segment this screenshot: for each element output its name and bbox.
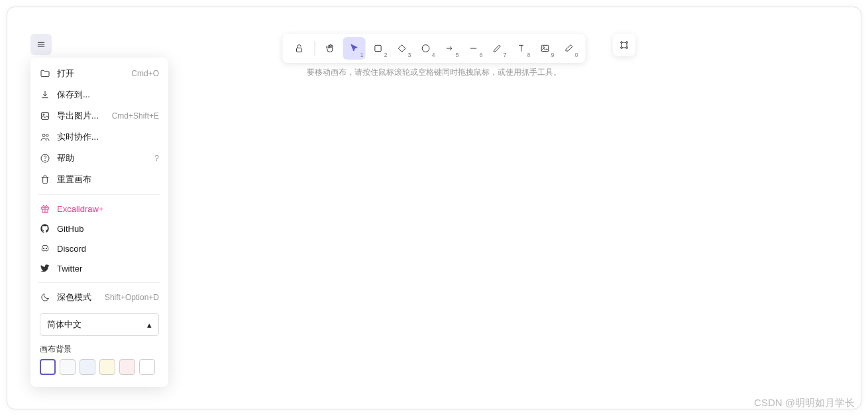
- svg-point-2: [42, 134, 45, 136]
- svg-rect-13: [541, 45, 549, 51]
- tool-num: 2: [384, 52, 387, 58]
- app-frame: 打开 Cmd+O 保存到... 导出图片... Cmd+Shift+E 实时协作…: [7, 7, 861, 409]
- help-icon: [40, 153, 50, 164]
- moon-icon: [40, 292, 50, 303]
- flow-arrow-2[interactable]: [532, 218, 570, 225]
- device-drawing[interactable]: [166, 156, 246, 276]
- svg-point-9: [46, 248, 46, 248]
- menu-collab[interactable]: 实时协作...: [30, 127, 168, 148]
- menu-toggle-button[interactable]: [30, 34, 52, 55]
- trash-icon: [40, 174, 50, 185]
- tool-num: 0: [574, 52, 578, 58]
- menu-reset[interactable]: 重置画布: [30, 169, 168, 190]
- twitter-icon: [40, 263, 50, 274]
- menu-discord[interactable]: Discord: [30, 238, 168, 258]
- svg-rect-11: [375, 45, 381, 51]
- flow-arrow-1[interactable]: [396, 218, 434, 225]
- tool-text[interactable]: 8: [510, 37, 533, 60]
- menu-label: 重置画布: [57, 174, 159, 185]
- menu-github[interactable]: GitHub: [30, 219, 168, 238]
- flow-node-score[interactable]: 打分: [448, 206, 521, 235]
- device-rect-1: [182, 174, 230, 199]
- tool-toolbar: 1 2 3 4 5 6 7 8 9 0: [283, 34, 586, 63]
- menu-export[interactable]: 导出图片... Cmd+Shift+E: [30, 105, 168, 127]
- menu-label: 深色模式: [57, 291, 105, 303]
- toolbar-separator: [315, 41, 315, 56]
- bg-swatch-yellow[interactable]: [99, 359, 115, 375]
- tool-hand[interactable]: [319, 37, 342, 60]
- menu-label: Twitter: [57, 264, 159, 274]
- tool-num: 6: [479, 52, 482, 58]
- main-menu: 打开 Cmd+O 保存到... 导出图片... Cmd+Shift+E 实时协作…: [30, 58, 168, 387]
- menu-label: Discord: [57, 244, 159, 254]
- svg-point-1: [43, 114, 44, 115]
- canvas-help-text: 要移动画布，请按住鼠标滚轮或空格键同时拖拽鼠标，或使用抓手工具。: [307, 67, 561, 78]
- tool-arrow[interactable]: 5: [439, 37, 461, 60]
- library-button[interactable]: [613, 34, 635, 56]
- tool-ellipse[interactable]: 4: [415, 37, 437, 60]
- menu-label: 打开: [57, 68, 131, 79]
- canvas-bg-swatches: [30, 359, 168, 382]
- tool-num: 3: [407, 52, 411, 58]
- bg-swatch-grey[interactable]: [60, 359, 76, 375]
- device-outer: [166, 156, 246, 276]
- users-icon: [40, 132, 50, 142]
- tool-lock[interactable]: [288, 37, 311, 60]
- bg-swatch-pink[interactable]: [119, 359, 135, 375]
- tool-num: 4: [431, 52, 435, 58]
- gift-icon: [40, 203, 50, 214]
- device-rect-2: [182, 207, 230, 232]
- menu-shortcut: Cmd+O: [131, 69, 159, 78]
- svg-point-3: [46, 134, 48, 136]
- github-icon: [40, 223, 50, 234]
- tool-num: 5: [455, 52, 459, 58]
- flow-node-rank[interactable]: 排序: [584, 206, 657, 235]
- bg-swatch-blue[interactable]: [80, 359, 95, 375]
- menu-label: 导出图片...: [57, 110, 112, 122]
- tool-image[interactable]: 9: [534, 37, 557, 60]
- menu-separator: [38, 282, 160, 283]
- tool-line[interactable]: 6: [462, 37, 485, 60]
- bg-swatch-custom[interactable]: [139, 359, 155, 375]
- menu-shortcut: ?: [154, 154, 159, 163]
- svg-point-16: [626, 42, 628, 44]
- tool-diamond[interactable]: 3: [391, 37, 413, 60]
- menu-shortcut: Shift+Option+D: [105, 293, 159, 302]
- menu-open[interactable]: 打开 Cmd+O: [30, 63, 168, 84]
- menu-excalidraw-plus[interactable]: Excalidraw+: [30, 199, 168, 219]
- bg-swatch-white[interactable]: [40, 359, 56, 375]
- flow-node-recall[interactable]: 召回: [312, 206, 385, 235]
- tool-select[interactable]: 1: [343, 37, 366, 60]
- device-screen: [173, 164, 239, 254]
- menu-shortcut: Cmd+Shift+E: [112, 111, 159, 121]
- menu-help[interactable]: 帮助 ?: [30, 148, 168, 169]
- tool-num: 9: [551, 52, 554, 58]
- menu-save[interactable]: 保存到...: [30, 84, 168, 105]
- svg-point-12: [422, 45, 429, 52]
- folder-icon: [40, 68, 50, 79]
- svg-point-15: [621, 42, 623, 44]
- menu-label: 帮助: [57, 152, 154, 164]
- caret-up-icon: ▴: [147, 320, 152, 330]
- watermark: CSDN @明明如月学长: [754, 397, 855, 409]
- svg-rect-0: [42, 113, 49, 120]
- menu-label: 保存到...: [57, 89, 159, 101]
- download-icon: [40, 89, 50, 100]
- language-select[interactable]: 简体中文 ▴: [40, 313, 159, 336]
- tool-eraser[interactable]: 0: [558, 37, 580, 60]
- menu-label: Excalidraw+: [57, 204, 159, 214]
- tool-num: 1: [360, 52, 363, 58]
- menu-separator: [38, 194, 160, 195]
- menu-label: 实时协作...: [57, 131, 159, 143]
- menu-twitter[interactable]: Twitter: [30, 258, 168, 278]
- device-home-button: [200, 259, 212, 271]
- tool-num: 8: [527, 52, 530, 58]
- svg-point-5: [45, 160, 46, 161]
- svg-point-18: [626, 47, 628, 49]
- hamburger-icon: [36, 40, 46, 49]
- tool-num: 7: [503, 52, 506, 58]
- tool-draw[interactable]: 7: [486, 37, 509, 60]
- language-value: 简体中文: [47, 319, 81, 331]
- menu-dark-mode[interactable]: 深色模式 Shift+Option+D: [30, 287, 168, 308]
- tool-rectangle[interactable]: 2: [367, 37, 390, 60]
